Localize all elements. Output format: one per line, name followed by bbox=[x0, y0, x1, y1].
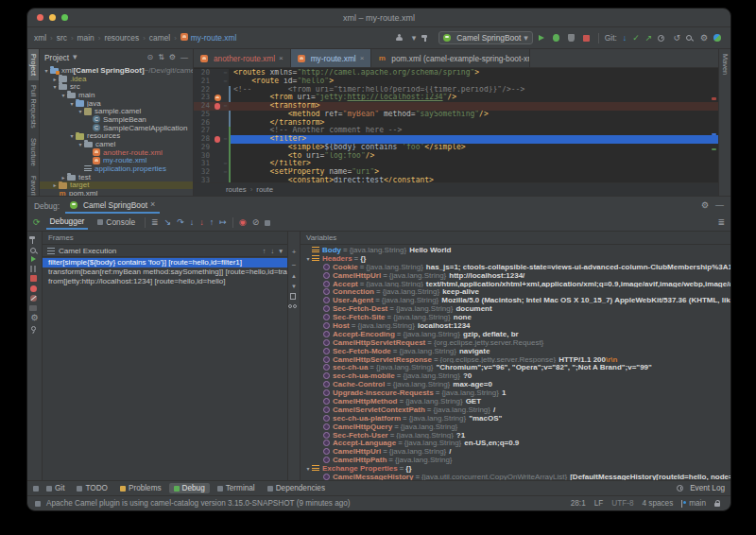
indent-style[interactable]: 4 spaces bbox=[642, 499, 673, 508]
remove-watch-icon[interactable]: − bbox=[292, 261, 297, 269]
titlebar[interactable]: xml – my-route.xml bbox=[27, 9, 730, 27]
breadcrumb-item[interactable]: camel bbox=[149, 33, 170, 43]
tree-item-camel[interactable]: ▾camel bbox=[40, 140, 193, 148]
pause-icon[interactable] bbox=[30, 266, 36, 272]
sidebar-item-project[interactable]: Project bbox=[28, 49, 39, 80]
editor-breadcrumb-item[interactable]: route bbox=[256, 185, 273, 194]
fold-marker[interactable]: − bbox=[222, 78, 229, 86]
debug-button[interactable] bbox=[553, 34, 559, 42]
force-step-into-icon[interactable]: ↓ bbox=[199, 218, 204, 227]
fold-marker[interactable]: − bbox=[222, 69, 229, 78]
breadcrumb-item[interactable]: my-route.xml bbox=[180, 33, 236, 43]
caret-position[interactable]: 28:1 bbox=[571, 499, 586, 508]
editor-tab-another-route-xml[interactable]: another-route.xml× bbox=[194, 49, 291, 67]
stop-button[interactable] bbox=[583, 35, 590, 42]
code-line-28[interactable]: 28− <filter> bbox=[194, 135, 718, 144]
layout-icon[interactable]: ≣ bbox=[151, 218, 159, 227]
pin-icon[interactable] bbox=[31, 326, 36, 331]
variable-row-sec-fetch-mode[interactable]: Sec-Fetch-Mode={java.lang.String}navigat… bbox=[301, 347, 730, 355]
settings-gear-icon[interactable]: ⚙ bbox=[700, 34, 708, 43]
code-line-23[interactable]: 23 <from uri="jetty:http://localhost:123… bbox=[194, 94, 718, 102]
variable-row-cache-control[interactable]: Cache-Control={java.lang.String}max-age=… bbox=[301, 380, 730, 388]
sidebar-item-maven[interactable]: Maven bbox=[720, 49, 730, 79]
tree-expanded-icon[interactable]: ▾ bbox=[51, 83, 59, 90]
sidebar-item-pull-requests[interactable]: Pull Requests bbox=[28, 80, 39, 133]
search-icon[interactable] bbox=[30, 248, 36, 253]
close-icon[interactable]: × bbox=[360, 54, 365, 62]
git-branch-widget[interactable]: main bbox=[681, 499, 706, 508]
show-execution-point-icon[interactable]: ↘ bbox=[164, 218, 172, 227]
variable-row-connection[interactable]: Connection={java.lang.String}keep-alive bbox=[301, 287, 730, 296]
tree-item-test[interactable]: ▸test bbox=[40, 173, 193, 181]
tree-item-my-route-xml[interactable]: my-route.xml bbox=[40, 157, 193, 165]
tree-item-resources[interactable]: ▾resources bbox=[40, 132, 193, 141]
close-window-button[interactable] bbox=[37, 14, 43, 21]
tree-expanded-icon[interactable]: ▾ bbox=[68, 100, 76, 107]
variable-row-sec-ch-ua-platform[interactable]: sec-ch-ua-platform={java.lang.String}"ma… bbox=[301, 414, 730, 423]
thread-selector[interactable]: Camel Execution ↑ ↓ ▾ bbox=[43, 245, 287, 257]
variable-row-sec-ch-ua[interactable]: sec-ch-ua={java.lang.String}"Chromium";v… bbox=[301, 363, 730, 371]
tree-item-java[interactable]: ▾java bbox=[40, 99, 193, 108]
fold-marker[interactable]: − bbox=[222, 135, 229, 144]
variable-row-accept-language[interactable]: Accept-Language={java.lang.String}en-US,… bbox=[301, 439, 730, 447]
show-watches-icon[interactable] bbox=[288, 304, 297, 308]
move-up-icon[interactable]: ▲ bbox=[291, 273, 297, 279]
variable-row-accept[interactable]: Accept={java.lang.String}text/html,appli… bbox=[301, 280, 730, 288]
toolwindow-tab-dependencies[interactable]: Dependencies bbox=[263, 483, 330, 493]
mute-breakpoints-icon[interactable] bbox=[30, 295, 37, 302]
event-log-button[interactable]: Event Log bbox=[677, 484, 725, 492]
step-over-icon[interactable]: ↷ bbox=[177, 218, 184, 227]
editor-breadcrumb-item[interactable]: routes bbox=[226, 185, 247, 194]
variable-row-camelhttpservletrequest[interactable]: CamelHttpServletRequest={org.eclipse.jet… bbox=[301, 338, 730, 347]
move-down-icon[interactable]: ▼ bbox=[291, 284, 297, 289]
settings-gear-icon[interactable]: ⚙ bbox=[30, 314, 38, 322]
run-button[interactable] bbox=[539, 35, 544, 41]
settings-gear-icon[interactable]: ⚙ bbox=[169, 53, 176, 61]
tree-expanded-icon[interactable]: ▾ bbox=[68, 132, 76, 139]
variable-row-exchange-properties[interactable]: ▾Exchange Properties={} bbox=[301, 464, 730, 473]
variable-row-accept-encoding[interactable]: Accept-Encoding={java.lang.String}gzip, … bbox=[301, 330, 730, 338]
chevron-down-icon[interactable]: ▾ bbox=[412, 34, 417, 43]
toolwindow-tab-terminal[interactable]: Terminal bbox=[213, 483, 260, 493]
tree-item-another-route-xml[interactable]: another-route.xml bbox=[40, 148, 193, 157]
editor-tab-my-route-xml[interactable]: my-route.xml× bbox=[291, 49, 372, 67]
git-push-icon[interactable]: ↗ bbox=[645, 34, 653, 43]
line-ending[interactable]: LF bbox=[594, 499, 604, 508]
code-line-32[interactable]: 32− <setProperty name="uri"> bbox=[194, 168, 718, 177]
rollback-icon[interactable]: ↺ bbox=[673, 34, 680, 43]
close-icon[interactable]: × bbox=[150, 200, 155, 209]
close-icon[interactable]: × bbox=[279, 54, 284, 62]
tree-collapsed-icon[interactable]: ▸ bbox=[51, 76, 59, 82]
step-into-icon[interactable]: ↓ bbox=[190, 218, 195, 227]
hide-panel-icon[interactable]: — bbox=[180, 53, 188, 61]
code-line-22[interactable]: 22<!-- <from uri="timer:hello?period={{t… bbox=[194, 86, 718, 95]
tree-item--idea[interactable]: ▸.idea bbox=[40, 75, 193, 83]
tree-collapsed-icon[interactable]: ▸ bbox=[60, 174, 67, 181]
expand-all-icon[interactable]: ⇅ bbox=[158, 53, 164, 61]
fold-marker[interactable]: − bbox=[222, 160, 229, 168]
notifications-icon[interactable] bbox=[713, 34, 721, 42]
stack-frame-2[interactable]: from[jetty:http://localhost:1234] [route… bbox=[43, 277, 287, 286]
tree-item-main[interactable]: ▾main bbox=[40, 91, 193, 99]
file-encoding[interactable]: UTF-8 bbox=[611, 499, 633, 508]
code-line-26[interactable]: 26 </transform> bbox=[194, 119, 718, 128]
zoom-window-button[interactable] bbox=[61, 14, 68, 21]
git-commit-icon[interactable]: ✓ bbox=[632, 34, 640, 43]
variable-row-camelhttpmethod[interactable]: CamelHttpMethod={java.lang.String}GET bbox=[301, 397, 730, 406]
wrench-icon[interactable] bbox=[29, 235, 38, 244]
tree-expanded-icon[interactable]: ▾ bbox=[60, 92, 67, 98]
variable-row-sec-fetch-user[interactable]: Sec-Fetch-User={java.lang.String}?1 bbox=[301, 431, 730, 440]
toolwindow-tab-problems[interactable]: Problems bbox=[115, 483, 166, 493]
chevron-down-icon[interactable]: ▾ bbox=[73, 53, 77, 61]
variable-row-camelhttppath[interactable]: CamelHttpPath={java.lang.String} bbox=[301, 456, 730, 464]
variable-row-host[interactable]: Host={java.lang.String}localhost:1234 bbox=[301, 321, 730, 330]
tree-item-pom-xml[interactable]: mpom.xml bbox=[40, 189, 193, 196]
git-update-icon[interactable]: ↓ bbox=[623, 34, 627, 43]
code-line-29[interactable]: 29 <simple>${body} contains 'foo'</simpl… bbox=[194, 144, 718, 152]
variable-row-camelservletcontextpath[interactable]: CamelServletContextPath={java.lang.Strin… bbox=[301, 406, 730, 414]
code-line-30[interactable]: 30 <to uri="log:foo"/> bbox=[194, 152, 718, 161]
build-icon[interactable] bbox=[421, 34, 430, 43]
variable-row-sec-ch-ua-mobile[interactable]: sec-ch-ua-mobile={java.lang.String}?0 bbox=[301, 371, 730, 380]
tab-console[interactable]: Console bbox=[94, 216, 139, 229]
breakpoint-icon[interactable] bbox=[213, 103, 222, 110]
